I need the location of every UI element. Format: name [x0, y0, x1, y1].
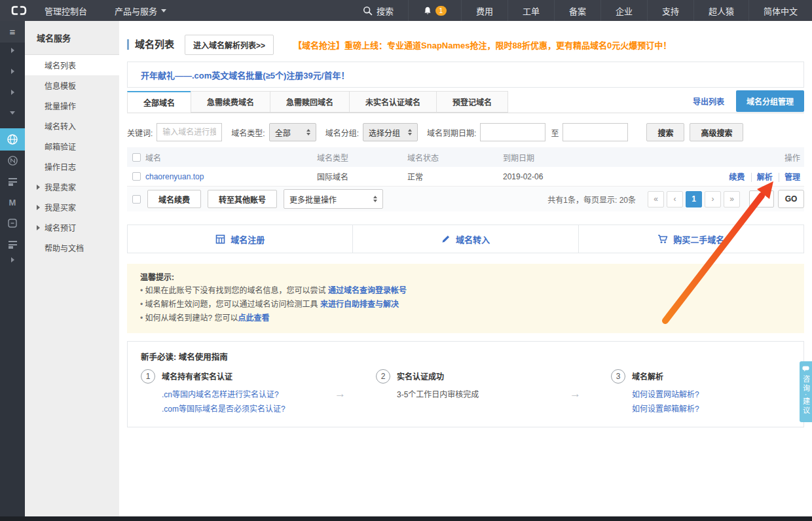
tab-preregistered[interactable]: 预登记域名 — [436, 91, 508, 113]
tab-redeem-urgent[interactable]: 急需赎回域名 — [270, 91, 350, 113]
guide-step-2: 2 实名认证成功 3-5个工作日内审核完成 — [376, 370, 540, 402]
registry-grid-icon — [215, 234, 225, 244]
export-list-link[interactable]: 导出列表 — [693, 96, 724, 107]
rail-caret-3-icon[interactable] — [0, 83, 25, 101]
pagination-summary: 共有1条，每页显示: 20条 — [547, 194, 636, 205]
tab-renewal-urgent[interactable]: 急需续费域名 — [191, 91, 270, 113]
expiry-end-input[interactable] — [563, 123, 628, 141]
batch-select-checkbox[interactable] — [132, 195, 141, 204]
m-service-rail-icon[interactable]: M — [0, 193, 25, 211]
topnav-support[interactable]: 支持 — [647, 0, 693, 21]
advanced-search-button[interactable]: 高级搜索 — [690, 123, 743, 141]
tab-all-domains[interactable]: 全部域名 — [127, 91, 191, 113]
guide-step-1: 1 域名持有者实名认证 .cn等国内域名怎样进行实名认证? .com等国际域名是… — [141, 370, 304, 416]
domain-group-manage-button[interactable]: 域名分组管理 — [736, 90, 804, 112]
domain-link[interactable]: chaorenyuan.top — [145, 172, 204, 181]
email-dns-faq-link[interactable]: 如何设置邮箱解析? — [632, 402, 699, 416]
renew-action-link[interactable]: 续费 — [729, 173, 745, 182]
quick-transfer-in[interactable]: 域名转入 — [352, 225, 578, 253]
search-icon — [363, 6, 373, 16]
goto-dns-list-button[interactable]: 进入域名解析列表>> — [185, 35, 274, 55]
step-arrow-icon: → — [335, 387, 346, 401]
topnav-tickets[interactable]: 工单 — [507, 0, 554, 21]
sidebar-item-batch-ops[interactable]: 批量操作 — [25, 96, 119, 116]
table-header-row: 域名 域名类型 域名状态 到期日期 操作 — [127, 147, 804, 167]
topnav-language[interactable]: 简体中文 — [748, 0, 812, 21]
sidebar-item-info-template[interactable]: 信息模板 — [25, 75, 119, 96]
promotion-notice-bar: 开年献礼——.com英文域名批量(≥5个)注册39元/首年！ — [127, 62, 804, 88]
sidebar-item-reservation[interactable]: 域名预订 — [25, 217, 119, 238]
next-page-button[interactable]: › — [705, 191, 721, 207]
feedback-side-tab[interactable]: 咨询·建议 — [800, 361, 812, 422]
col-type: 域名类型 — [317, 152, 407, 163]
select-all-checkbox[interactable] — [132, 153, 141, 162]
sidebar-item-transfer-in[interactable]: 域名转入 — [25, 116, 119, 136]
select-arrows-icon — [408, 129, 412, 135]
console-logo-icon[interactable] — [10, 5, 28, 16]
rail-caret-down-icon[interactable] — [0, 103, 25, 122]
promo-banner-text[interactable]: 【域名抢注】重磅上线：专业通道SnapNames抢注，限时88折优惠，更有精品域… — [293, 39, 671, 51]
guide-title: 新手必读: 域名使用指南 — [141, 350, 790, 363]
expand-caret-icon — [37, 185, 40, 190]
select-arrows-icon — [306, 129, 310, 135]
quick-register-domain[interactable]: 域名注册 — [128, 225, 352, 253]
domain-service-rail-icon[interactable] — [0, 128, 25, 151]
guide-step-3: 3 域名解析 如何设置网站解析? 如何设置邮箱解析? — [611, 370, 699, 416]
topnav-billing[interactable]: 费用 — [461, 0, 507, 21]
sidebar-item-op-log[interactable]: 操作日志 — [25, 156, 119, 177]
rail-caret-2-icon[interactable] — [0, 62, 25, 81]
console-home-link[interactable]: 管理控制台 — [45, 5, 87, 17]
first-page-button[interactable]: « — [648, 191, 664, 207]
batch-transfer-button[interactable]: 转至其他账号 — [208, 190, 277, 208]
sidebar-item-seller[interactable]: 我是卖家 — [25, 177, 119, 197]
cn-realname-faq-link[interactable]: .cn等国内域名怎样进行实名认证? — [162, 387, 286, 402]
view-here-link[interactable]: 点此查看 — [238, 314, 270, 323]
dnspod-rail-icon[interactable] — [0, 151, 25, 170]
resolve-action-link[interactable]: 解析 — [751, 173, 773, 182]
manage-action-link[interactable]: 管理 — [779, 173, 800, 182]
sidebar-item-buyer[interactable]: 我是买家 — [25, 197, 119, 217]
query-login-account-link[interactable]: 通过域名查询登录帐号 — [328, 286, 407, 295]
step-number-badge: 2 — [376, 369, 390, 384]
page-go-button[interactable]: GO — [778, 190, 804, 208]
topnav-account[interactable]: 超人猿 — [693, 0, 748, 21]
self-check-tool-link[interactable]: 来进行自助排查与解决 — [320, 300, 399, 309]
expiry-start-input[interactable] — [480, 123, 545, 141]
row-checkbox[interactable] — [132, 172, 141, 181]
quick-buy-secondhand[interactable]: 购买二手域名 — [578, 225, 803, 253]
notifications-button[interactable]: 1 — [408, 0, 461, 21]
search-button[interactable]: 搜索 — [348, 0, 408, 21]
domain-group-select[interactable]: 选择分组 — [363, 123, 418, 141]
website-dns-faq-link[interactable]: 如何设置网站解析? — [632, 387, 699, 402]
com-realname-faq-link[interactable]: .com等国际域名是否必须实名认证? — [162, 402, 286, 416]
sidebar-item-help-docs[interactable]: 帮助与文档 — [25, 238, 119, 258]
step-arrow-icon: → — [570, 387, 581, 401]
keyword-input[interactable] — [157, 123, 222, 141]
collapse-menu-icon[interactable]: ≡ — [0, 21, 25, 43]
topnav-icp[interactable]: 备案 — [554, 0, 600, 21]
last-page-button[interactable]: » — [724, 191, 740, 207]
topnav-enterprise[interactable]: 企业 — [600, 0, 647, 21]
page-jump-input[interactable] — [749, 190, 774, 207]
chat-bubble-icon — [802, 366, 809, 372]
more-batch-ops-select[interactable]: 更多批量操作 — [284, 189, 383, 209]
page-1-button[interactable]: 1 — [686, 191, 702, 207]
domain-type-select[interactable]: 全部 — [269, 123, 316, 141]
batch-renew-button[interactable]: 域名续费 — [147, 190, 201, 208]
rail-caret-4-icon[interactable] — [0, 251, 25, 269]
sidebar-item-domain-list[interactable]: 域名列表 — [25, 55, 119, 75]
app-rail-icon[interactable] — [0, 214, 25, 232]
tip-line: 域名解析生效问题，您可以通过域名访问检测工具 来进行自助排查与解决 — [140, 298, 791, 312]
sidebar-item-email-verify[interactable]: 邮箱验证 — [25, 136, 119, 156]
rail-caret-1-icon[interactable] — [0, 41, 25, 60]
globe-icon — [7, 134, 18, 145]
server-rail-icon[interactable] — [0, 172, 25, 190]
tip-line: 如何从域名到建站? 您可以点此查看 — [140, 312, 791, 325]
promotion-notice-link[interactable]: 开年献礼——.com英文域名批量(≥5个)注册39元/首年！ — [141, 69, 349, 81]
search-submit-button[interactable]: 搜索 — [646, 123, 684, 141]
products-services-menu[interactable]: 产品与服务 — [115, 5, 166, 17]
beginner-guide: 新手必读: 域名使用指南 1 域名持有者实名认证 .cn等国内域名怎样进行实名认… — [127, 341, 804, 427]
tab-unverified[interactable]: 未实名认证域名 — [349, 91, 437, 113]
prev-page-button[interactable]: ‹ — [667, 191, 683, 207]
type-label: 域名类型: — [231, 127, 265, 138]
